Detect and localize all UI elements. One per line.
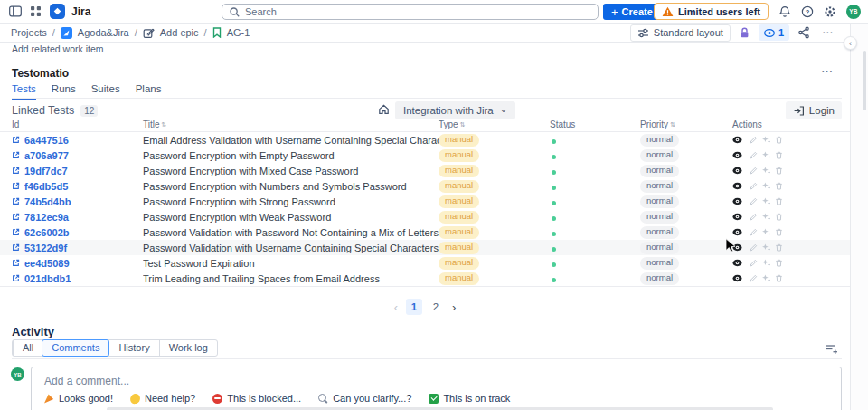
pagination-page[interactable]: 1: [406, 299, 422, 315]
comment-placeholder[interactable]: Add a comment...: [44, 375, 129, 387]
table-row[interactable]: 021dbdb1 Trim Leading and Trailing Space…: [0, 271, 850, 286]
edit-icon[interactable]: [750, 213, 758, 221]
edit-icon[interactable]: [750, 136, 758, 144]
test-id-link[interactable]: 53122d9f: [24, 243, 67, 253]
table-row[interactable]: 7812ec9a Password Encryption with Weak P…: [0, 209, 850, 224]
settings-gear-icon[interactable]: [824, 5, 836, 18]
test-id-link[interactable]: 6a447516: [24, 135, 69, 146]
view-icon[interactable]: [732, 167, 742, 175]
test-id-link[interactable]: f46db5d5: [24, 181, 68, 192]
delete-icon[interactable]: [775, 136, 783, 144]
generate-icon[interactable]: [762, 213, 770, 221]
search-input[interactable]: Search: [222, 4, 599, 20]
lock-icon[interactable]: [739, 27, 750, 39]
generate-icon[interactable]: [762, 151, 770, 159]
generate-icon[interactable]: [762, 197, 770, 205]
test-id-link[interactable]: 62c6002b: [24, 227, 70, 238]
quick-reply-button[interactable]: This is on track: [429, 393, 510, 404]
edit-icon[interactable]: [750, 243, 758, 252]
panel-expand-button[interactable]: ‹: [844, 36, 857, 50]
more-actions-button[interactable]: ⋯: [818, 24, 837, 41]
table-row[interactable]: 6a447516 Email Address Validation with U…: [0, 132, 850, 148]
edit-icon[interactable]: [750, 167, 758, 175]
external-link-icon[interactable]: [12, 197, 20, 205]
test-id-link[interactable]: a706a977: [24, 150, 69, 161]
delete-icon[interactable]: [775, 182, 783, 190]
test-id-link[interactable]: 74b5d4bb: [24, 196, 71, 207]
pagination-page[interactable]: 2: [428, 299, 444, 315]
external-link-icon[interactable]: [12, 274, 20, 282]
test-id-link[interactable]: 7812ec9a: [24, 212, 69, 223]
view-icon[interactable]: [732, 213, 742, 221]
add-related-work-item[interactable]: Add related work item: [12, 43, 104, 54]
notifications-icon[interactable]: [778, 5, 791, 18]
external-link-icon[interactable]: [12, 243, 20, 252]
table-row[interactable]: f46db5d5 Password Encryption with Number…: [0, 178, 850, 194]
delete-icon[interactable]: [775, 243, 783, 252]
generate-icon[interactable]: [762, 259, 770, 267]
test-id-link[interactable]: 021dbdb1: [24, 273, 71, 284]
column-header[interactable]: Id ⇅: [12, 119, 143, 129]
pagination-prev-icon[interactable]: ‹: [394, 300, 398, 314]
view-icon[interactable]: [732, 197, 742, 205]
scrollbar-thumb[interactable]: [863, 51, 866, 110]
view-icon[interactable]: [732, 136, 742, 144]
test-id-link[interactable]: ee4d5089: [24, 258, 70, 269]
generate-icon[interactable]: [762, 136, 770, 144]
external-link-icon[interactable]: [12, 228, 20, 236]
column-header[interactable]: Actions ⇅: [732, 119, 842, 129]
generate-icon[interactable]: [762, 182, 770, 190]
external-link-icon[interactable]: [12, 151, 20, 159]
sort-order-icon[interactable]: [826, 342, 838, 355]
help-icon[interactable]: ?: [801, 5, 814, 18]
delete-icon[interactable]: [775, 197, 783, 205]
section-more-icon[interactable]: ⋯: [821, 64, 835, 78]
jira-logo[interactable]: [50, 4, 65, 19]
delete-icon[interactable]: [775, 167, 783, 175]
pagination-next-icon[interactable]: ›: [452, 300, 456, 314]
user-avatar[interactable]: YB: [846, 5, 861, 19]
test-id-link[interactable]: 19df7dc7: [24, 166, 68, 176]
view-icon[interactable]: [732, 182, 742, 190]
delete-icon[interactable]: [775, 213, 783, 221]
login-button[interactable]: Login: [786, 101, 842, 119]
sidebar-toggle-icon[interactable]: [9, 5, 22, 17]
generate-icon[interactable]: [762, 167, 770, 175]
create-button[interactable]: + Create: [603, 4, 661, 20]
external-link-icon[interactable]: [12, 136, 20, 144]
generate-icon[interactable]: [762, 243, 770, 252]
delete-icon[interactable]: [775, 228, 783, 236]
quick-reply-button[interactable]: Can you clarify...?: [318, 393, 411, 404]
home-icon[interactable]: [378, 103, 390, 115]
table-row[interactable]: 74b5d4bb Password Encryption with Strong…: [0, 194, 850, 209]
quick-reply-button[interactable]: This is blocked...: [212, 393, 301, 404]
table-row[interactable]: 19df7dc7 Password Encryption with Mixed …: [0, 163, 850, 178]
standard-layout-button[interactable]: Standard layout: [630, 24, 731, 42]
external-link-icon[interactable]: [12, 167, 20, 175]
column-header[interactable]: Type ⇅: [439, 119, 550, 129]
watchers-button[interactable]: 1: [759, 24, 789, 41]
view-icon[interactable]: [732, 274, 742, 282]
generate-icon[interactable]: [762, 228, 770, 236]
table-row[interactable]: a706a977 Password Encryption with Empty …: [0, 148, 850, 163]
edit-icon[interactable]: [750, 228, 758, 236]
activity-tab[interactable]: All: [13, 340, 42, 356]
edit-icon[interactable]: [750, 259, 758, 267]
column-header[interactable]: Priority ⇅: [640, 119, 732, 129]
breadcrumb-add-epic[interactable]: Add epic: [160, 27, 199, 38]
external-link-icon[interactable]: [12, 182, 20, 190]
edit-icon[interactable]: [750, 197, 758, 205]
view-icon[interactable]: [732, 259, 742, 267]
delete-icon[interactable]: [775, 274, 783, 282]
activity-tab[interactable]: Comments: [42, 339, 109, 357]
quick-reply-button[interactable]: Need help?: [130, 393, 195, 404]
table-row[interactable]: 62c6002b Password Validation with Passwo…: [0, 224, 850, 240]
view-icon[interactable]: [732, 228, 742, 236]
quick-reply-button[interactable]: Looks good!: [44, 393, 113, 404]
delete-icon[interactable]: [775, 259, 783, 267]
generate-icon[interactable]: [762, 274, 770, 282]
breadcrumb-project[interactable]: Agoda&Jira: [78, 27, 129, 38]
column-header[interactable]: Title ⇅: [143, 119, 439, 129]
breadcrumb-projects[interactable]: Projects: [11, 27, 47, 38]
activity-tab[interactable]: Work log: [159, 340, 217, 356]
